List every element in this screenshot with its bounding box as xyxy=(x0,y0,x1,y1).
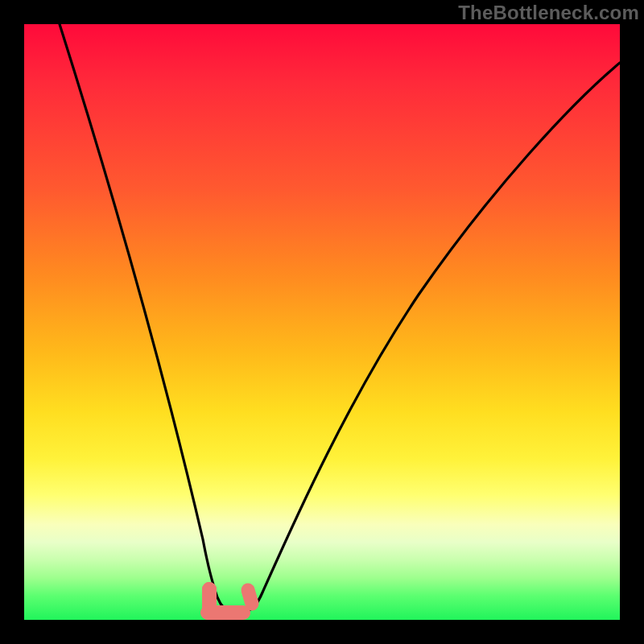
bottleneck-curve-svg xyxy=(24,24,620,620)
watermark-text: TheBottleneck.com xyxy=(458,2,639,24)
optimal-marker xyxy=(202,582,252,613)
plot-area xyxy=(24,24,620,620)
bottleneck-curve xyxy=(60,24,620,611)
chart-stage: TheBottleneck.com xyxy=(0,0,644,644)
